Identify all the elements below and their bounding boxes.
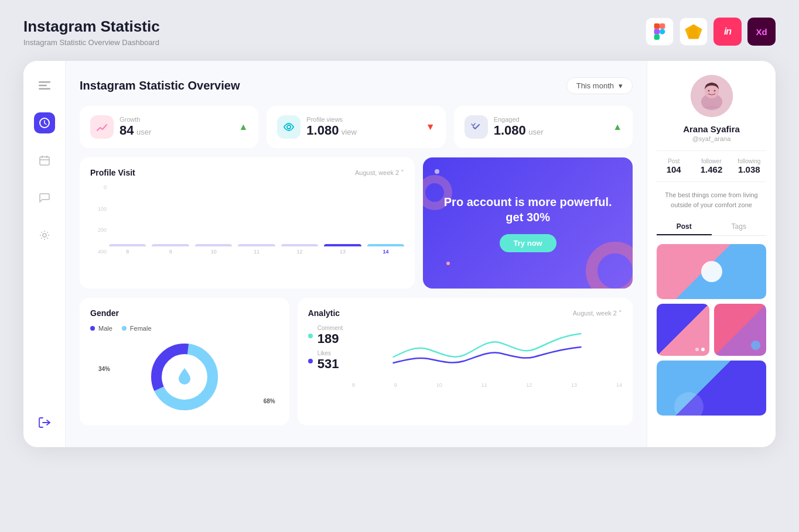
legend-male: Male xyxy=(90,325,112,332)
legend-female: Female xyxy=(122,325,152,332)
growth-value: 84 user xyxy=(119,123,233,138)
growth-label: Growth xyxy=(119,116,233,123)
tab-tags[interactable]: Tags xyxy=(712,219,767,235)
profile-stats-grid: Post 104 follower 1.462 following 1.038 xyxy=(657,150,766,182)
bar-10: 10 xyxy=(195,244,232,255)
line-chart-container: 8 9 10 11 12 13 14 xyxy=(352,325,622,388)
line-chart-x-labels: 8 9 10 11 12 13 14 xyxy=(352,380,622,388)
svg-rect-8 xyxy=(39,81,50,83)
svg-point-14 xyxy=(287,125,291,129)
y-axis-labels: 400 200 100 0 xyxy=(90,184,107,255)
views-icon xyxy=(277,115,301,139)
svg-rect-2 xyxy=(654,29,660,34)
svg-rect-12 xyxy=(40,157,49,165)
figma-icon xyxy=(646,18,674,46)
svg-point-4 xyxy=(660,29,665,34)
profile-stat-post: Post 104 xyxy=(657,158,691,174)
likes-stat: Likes 531 xyxy=(308,350,343,372)
donut-chart xyxy=(146,339,223,415)
sidebar-logout-icon[interactable] xyxy=(34,412,55,433)
bar-chart: 400 200 100 0 8 xyxy=(90,184,404,278)
gender-legend: Male Female xyxy=(90,325,279,332)
sidebar-settings-icon[interactable] xyxy=(34,225,55,246)
post-thumb-1[interactable] xyxy=(657,244,766,299)
analytic-header: Analytic August, week 2 ˅ xyxy=(308,308,622,318)
sidebar-clock-icon[interactable] xyxy=(34,112,55,133)
profile-visit-period[interactable]: August, week 2 ˅ xyxy=(355,169,404,177)
views-value: 1.080 view xyxy=(306,123,419,138)
page-wrapper: Instagram Statistic Instagram Statistic … xyxy=(23,18,776,447)
profile-stat-following: following 1.038 xyxy=(732,158,766,174)
tab-post[interactable]: Post xyxy=(657,219,712,235)
pro-dot-1 xyxy=(435,169,439,174)
svg-point-13 xyxy=(43,234,46,237)
profile-name: Arana Syafira xyxy=(683,124,740,134)
svg-rect-3 xyxy=(654,35,660,40)
stat-card-engaged: Engaged 1.080 user ▲ xyxy=(454,106,633,148)
post-grid xyxy=(657,244,766,416)
sketch-icon xyxy=(680,18,708,46)
profile-visit-title: Profile Visit xyxy=(90,168,135,177)
svg-point-23 xyxy=(713,90,715,92)
dashboard-title: Instagram Statistic Overview xyxy=(80,79,240,92)
post-thumb-2[interactable] xyxy=(657,304,709,356)
engaged-info: Engaged 1.080 user xyxy=(494,116,607,138)
analytic-title: Analytic xyxy=(308,308,340,318)
svg-rect-10 xyxy=(39,88,50,90)
growth-trend-icon: ▲ xyxy=(238,122,248,132)
analytic-period[interactable]: August, week 2 ˅ xyxy=(573,310,622,317)
gender-header: Gender xyxy=(90,308,279,318)
profile-handle: @syaf_arana xyxy=(692,135,731,142)
period-selector[interactable]: This month ▾ xyxy=(566,77,633,94)
sidebar-calendar-icon[interactable] xyxy=(34,150,55,171)
chevron-down-icon: ▾ xyxy=(619,81,623,90)
svg-rect-9 xyxy=(39,85,47,87)
profile-tabs: Post Tags xyxy=(657,219,766,236)
sidebar-menu-icon[interactable] xyxy=(34,75,55,96)
page-header: Instagram Statistic Instagram Statistic … xyxy=(23,18,776,47)
views-label: Profile views xyxy=(306,116,419,123)
analytic-stats: Comment 189 Likes 531 xyxy=(308,325,343,372)
profile-stat-follower: follower 1.462 xyxy=(694,158,728,174)
profile-avatar xyxy=(691,75,733,117)
engaged-label: Engaged xyxy=(494,116,607,123)
engaged-value: 1.080 user xyxy=(494,123,607,138)
profile-bio: The best things come from living outside… xyxy=(657,190,766,210)
growth-info: Growth 84 user xyxy=(119,116,233,138)
comment-stat: Comment 189 xyxy=(308,325,343,346)
page-title: Instagram Statistic xyxy=(23,18,160,36)
bar-13: 13 xyxy=(324,244,361,255)
stat-card-growth: Growth 84 user ▲ xyxy=(80,106,258,148)
line-chart xyxy=(352,325,622,377)
views-info: Profile views 1.080 view xyxy=(306,116,419,138)
pro-card: Pro account is more powerful. get 30% Tr… xyxy=(423,157,633,289)
profile-sidebar: Arana Syafira @syaf_arana Post 104 follo… xyxy=(647,61,776,447)
bar-12: 12 xyxy=(281,244,318,255)
growth-icon xyxy=(90,115,114,139)
views-trend-icon: ▼ xyxy=(426,122,435,132)
try-now-button[interactable]: Try now xyxy=(500,234,556,252)
main-content: Instagram Statistic Overview This month … xyxy=(66,61,647,447)
gender-title: Gender xyxy=(90,308,119,318)
page-title-block: Instagram Statistic Instagram Statistic … xyxy=(23,18,160,47)
bar-11: 11 xyxy=(238,244,275,255)
pro-dot-2 xyxy=(446,262,450,265)
engaged-trend-icon: ▲ xyxy=(613,122,622,132)
middle-row: Profile Visit August, week 2 ˅ 400 200 1… xyxy=(80,157,633,289)
profile-visit-header: Profile Visit August, week 2 ˅ xyxy=(90,168,404,177)
pro-title: Pro account is more powerful. get 30% xyxy=(435,194,621,225)
bars-container: 8 9 10 xyxy=(109,184,404,266)
bar-14: 14 xyxy=(367,244,404,255)
invision-icon: in xyxy=(713,18,742,46)
post-thumb-4[interactable] xyxy=(657,361,766,416)
analytic-card: Analytic August, week 2 ˅ Comment 189 xyxy=(298,298,633,425)
xd-icon: Xd xyxy=(747,18,776,46)
post-thumb-3[interactable] xyxy=(714,304,767,356)
tool-icons-row: in Xd xyxy=(646,18,776,46)
svg-point-22 xyxy=(708,90,709,92)
sidebar-chat-icon[interactable] xyxy=(34,187,55,208)
bar-8: 8 xyxy=(109,244,146,255)
stats-row: Growth 84 user ▲ xyxy=(80,106,633,148)
stat-card-views: Profile views 1.080 view ▼ xyxy=(267,106,445,148)
bottom-row: Gender Male Female xyxy=(80,298,633,425)
